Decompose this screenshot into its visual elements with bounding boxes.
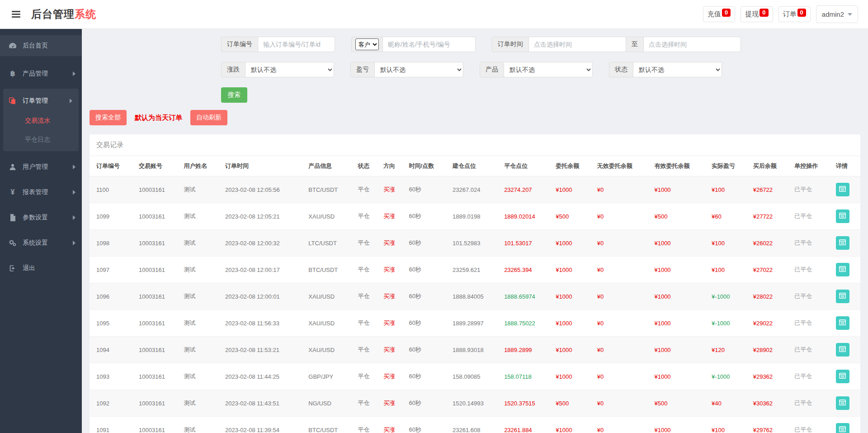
cell-direction: 买涨	[380, 176, 406, 203]
cell-order-time: 2023-02-08 11:44:25	[222, 363, 305, 390]
sidebar-item-orders[interactable]: 订单管理	[3, 90, 79, 111]
cell-close-point: 23265.394	[500, 257, 552, 283]
order-no-input[interactable]	[258, 37, 335, 52]
cell-control: 已平仓	[791, 257, 832, 283]
cell-valid-entrust: ¥1000	[651, 363, 708, 390]
column-header: 方向	[380, 156, 406, 176]
cell-balance-after: ¥29022	[750, 310, 791, 337]
detail-table-icon	[839, 346, 846, 353]
sidebar-subitem-trade-flow[interactable]: 交易流水	[3, 111, 79, 130]
sidebar-subitem-close-log[interactable]: 平仓日志	[3, 130, 79, 149]
auto-refresh-button[interactable]: 自动刷新	[190, 110, 227, 125]
dashboard-icon	[8, 42, 17, 49]
chevron-right-icon	[73, 71, 75, 76]
status-select[interactable]: 默认不选	[633, 62, 722, 77]
cell-period: 60秒	[406, 283, 449, 310]
sidebar: 后台首页฿产品管理订单管理交易流水平仓日志用户管理¥报表管理参数设置系统设置退出	[0, 29, 82, 433]
cell-status: 平仓	[354, 337, 380, 363]
detail-button[interactable]	[836, 183, 849, 196]
profit-loss-select[interactable]: 默认不选	[375, 62, 463, 77]
detail-button[interactable]	[836, 209, 849, 223]
cell-entrust: ¥1000	[552, 417, 594, 433]
detail-button[interactable]	[836, 423, 849, 433]
column-header: 有效委托余额	[651, 156, 708, 176]
panel-title: 交易记录	[90, 134, 860, 156]
sidebar-item-users[interactable]: 用户管理	[0, 157, 82, 177]
sidebar-item-label: 订单管理	[23, 97, 48, 105]
search-button[interactable]: 搜索	[221, 87, 247, 103]
cell-user-name: 测试	[180, 257, 222, 283]
detail-button[interactable]	[836, 290, 849, 303]
sidebar-item-label: 用户管理	[23, 163, 48, 171]
cell-detail	[832, 203, 860, 230]
cell-account: 10003161	[135, 203, 180, 230]
main-content: 订单编号 客户 订单时间 至 涨跌 默认不选 盈亏	[82, 29, 868, 433]
bitcoin-icon: ฿	[8, 70, 17, 77]
cell-close-point: 1889.02014	[500, 203, 552, 230]
sidebar-item-home[interactable]: 后台首页	[0, 35, 82, 56]
sidebar-item-logout[interactable]: 退出	[0, 258, 82, 279]
cell-order-time: 2023-02-08 12:00:32	[222, 230, 305, 257]
cell-balance-after: ¥27722	[750, 203, 791, 230]
stat-button-withdraw[interactable]: 提现0	[741, 6, 773, 22]
sidebar-item-label: 后台首页	[23, 42, 48, 50]
cell-control: 已平仓	[791, 337, 832, 363]
cell-entrust: ¥1000	[552, 337, 594, 363]
menu-toggle-icon[interactable]	[10, 9, 22, 19]
sidebar-item-system[interactable]: 系统设置	[0, 233, 82, 253]
cell-invalid-entrust: ¥0	[594, 283, 651, 310]
table-row: 109210003161测试2023-02-08 11:43:51NG/USD平…	[90, 390, 860, 417]
cell-close-point: 23261.884	[500, 417, 552, 433]
cell-product: XAU/USD	[305, 283, 354, 310]
time-end-input[interactable]	[644, 37, 741, 52]
stat-button-recharge[interactable]: 充值0	[703, 6, 735, 22]
cell-order-time: 2023-02-08 11:43:51	[222, 390, 305, 417]
customer-type-select[interactable]: 客户	[355, 38, 379, 50]
cell-period: 60秒	[406, 203, 449, 230]
cell-entrust: ¥1000	[552, 363, 594, 390]
detail-button[interactable]	[836, 370, 849, 383]
chevron-down-icon	[848, 13, 852, 16]
cell-period: 60秒	[406, 390, 449, 417]
detail-table-icon	[839, 426, 846, 433]
trade-records-panel: 交易记录 订单编号交易账号用户姓名订单时间产品信息状态方向时间/点数建仓点位平仓…	[90, 134, 860, 433]
cell-user-name: 测试	[180, 203, 222, 230]
order-no-filter: 订单编号	[221, 37, 335, 52]
cell-product: XAU/USD	[305, 203, 354, 230]
detail-button[interactable]	[836, 343, 849, 357]
cell-direction: 买涨	[380, 310, 406, 337]
cell-order-time: 2023-02-08 11:53:21	[222, 337, 305, 363]
sidebar-item-params[interactable]: 参数设置	[0, 207, 82, 228]
sidebar-item-products[interactable]: ฿产品管理	[0, 63, 82, 84]
cell-entrust: ¥1000	[552, 310, 594, 337]
cell-account: 10003161	[135, 417, 180, 433]
sidebar-item-reports[interactable]: ¥报表管理	[0, 182, 82, 203]
cell-invalid-entrust: ¥0	[594, 230, 651, 257]
cell-account: 10003161	[135, 230, 180, 257]
cell-status: 平仓	[354, 283, 380, 310]
user-menu[interactable]: admin2	[816, 5, 858, 23]
cell-product: BTC/USDT	[305, 257, 354, 283]
search-all-button[interactable]: 搜索全部	[90, 110, 127, 125]
detail-button[interactable]	[836, 236, 849, 250]
customer-input[interactable]	[383, 37, 476, 52]
stat-label: 订单	[783, 10, 797, 19]
detail-button[interactable]	[836, 316, 849, 330]
cell-direction: 买涨	[380, 203, 406, 230]
cell-product: BTC/USDT	[305, 176, 354, 203]
product-label: 产品	[480, 62, 504, 77]
cell-control: 已平仓	[791, 283, 832, 310]
cell-detail	[832, 310, 860, 337]
detail-button[interactable]	[836, 263, 849, 276]
detail-table-icon	[839, 186, 846, 193]
detail-button[interactable]	[836, 396, 849, 410]
stat-button-order[interactable]: 订单0	[778, 6, 811, 22]
time-start-input[interactable]	[529, 37, 626, 52]
brand-prefix: 后台管理	[31, 8, 75, 20]
cell-account: 10003161	[135, 337, 180, 363]
product-select[interactable]: 默认不选	[504, 62, 593, 77]
rise-fall-select[interactable]: 默认不选	[245, 62, 334, 77]
cell-open-point: 101.52983	[449, 230, 500, 257]
cell-valid-entrust: ¥500	[651, 390, 708, 417]
cell-profit: ¥60	[708, 203, 750, 230]
